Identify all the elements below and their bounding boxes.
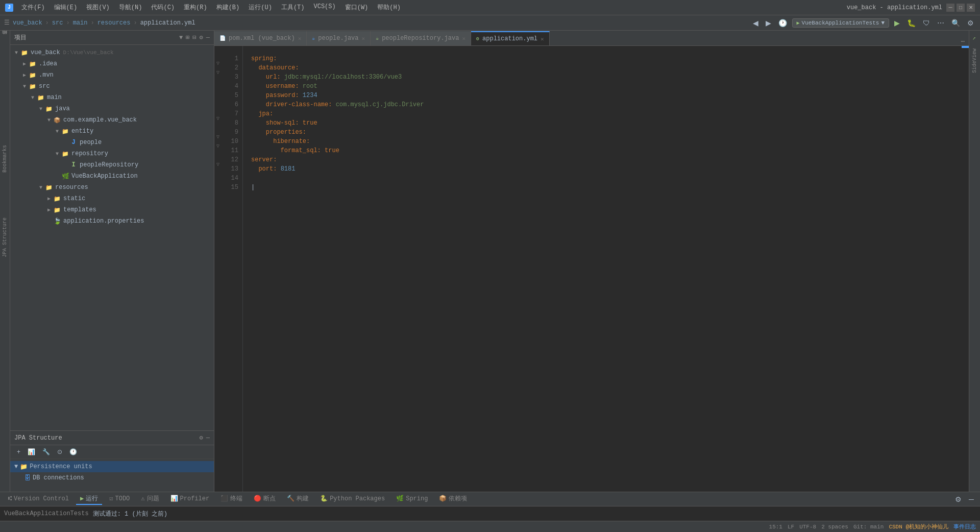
bottom-minimize-button[interactable]: ─ [967, 494, 976, 504]
tree-label-props: application.properties [63, 217, 144, 225]
tree-mvn[interactable]: ▶ 📁 .mvn [10, 69, 214, 81]
search-button[interactable]: 🔍 [949, 18, 962, 28]
menu-code[interactable]: 代码(C) [147, 2, 179, 13]
bottom-tab-terminal[interactable]: ⬛ 终端 [216, 493, 247, 505]
status-event-log[interactable]: 事件日志 [953, 523, 976, 530]
minimize-button[interactable]: ─ [946, 4, 954, 12]
jpa-minimize-icon[interactable]: ─ [206, 434, 210, 442]
bottom-tab-spring[interactable]: 🌿 Spring [392, 494, 432, 504]
menu-file[interactable]: 文件(F) [17, 2, 49, 13]
tree-repository[interactable]: ▼ 📁 repository [10, 148, 214, 159]
fold-btn-7[interactable]: ▽ [214, 114, 222, 124]
menu-tools[interactable]: 工具(T) [277, 2, 309, 13]
dependencies-icon: 📦 [439, 495, 447, 502]
bottom-tab-breakpoints[interactable]: 🔴 断点 [250, 493, 280, 505]
panel-dropdown-icon[interactable]: ▼ [179, 34, 183, 41]
menu-view[interactable]: 视图(V) [82, 2, 114, 13]
tree-package[interactable]: ▼ 📦 com.example.vue_back [10, 114, 214, 126]
tree-resources[interactable]: ▼ 📁 resources [10, 182, 214, 193]
bottom-tab-profiler[interactable]: 📊 Profiler [166, 494, 214, 504]
recent-files-button[interactable]: 🕐 [776, 18, 789, 28]
project-icon[interactable]: 项目 [1, 33, 10, 37]
jpa-wrench-button[interactable]: 🔧 [40, 447, 53, 456]
tree-idea[interactable]: ▶ 📁 .idea [10, 58, 214, 69]
panel-minimize-icon[interactable]: ─ [206, 34, 210, 41]
run-config-selector[interactable]: ▶ VueBackApplicationTests ▼ [792, 18, 889, 28]
fold-btn-12[interactable]: ▽ [214, 160, 222, 170]
tab-close-yml[interactable]: ✕ [541, 36, 544, 42]
right-tab-sidebar-view[interactable]: SideView [971, 45, 978, 76]
jpa-add-button[interactable]: + [14, 447, 23, 456]
bottom-tab-python-packages[interactable]: 🐍 Python Packages [316, 494, 389, 504]
close-button[interactable]: ✕ [967, 4, 975, 12]
tree-vue-back-app[interactable]: ▶ 🌿 VueBackApplication [10, 171, 214, 182]
python-icon: 🐍 [320, 495, 328, 502]
forward-button[interactable]: ▶ [764, 18, 773, 28]
fold-btn-2[interactable]: ▽ [214, 68, 222, 78]
jpa-settings-icon[interactable]: ⚙ [200, 434, 203, 442]
tree-app-props[interactable]: ▶ 🍃 application.properties [10, 215, 214, 227]
tree-static[interactable]: ▶ 📁 static [10, 193, 214, 204]
bottom-tab-run[interactable]: ▶ 运行 [76, 493, 102, 505]
tab-close-people[interactable]: ✕ [362, 35, 365, 42]
bookmarks-icon[interactable]: Bookmarks [1, 143, 9, 175]
panel-collapse-icon[interactable]: ⊟ [192, 34, 196, 41]
tree-root[interactable]: ▼ 📁 vue_back D:\Vue\vue_back [10, 47, 214, 58]
tab-people-repo[interactable]: ☕ peopleRepository.java ✕ [371, 31, 471, 45]
menu-run[interactable]: 运行(U) [244, 2, 276, 13]
bottom-tab-dependencies[interactable]: 📦 依赖项 [435, 493, 471, 505]
run-button[interactable]: ▶ [892, 18, 902, 28]
fold-btn-1[interactable]: ▽ [214, 59, 222, 68]
tree-java[interactable]: ▼ 📁 java [10, 103, 214, 114]
panel-settings-icon[interactable]: ⚙ [200, 34, 203, 41]
bottom-tab-build[interactable]: 🔨 构建 [283, 493, 313, 505]
jpa-structure-side-icon[interactable]: JPA Structure [1, 215, 9, 259]
bottom-tab-version-control[interactable]: ⑆ Version Control [4, 494, 73, 504]
jpa-circle-button[interactable]: ⊙ [55, 447, 65, 456]
menu-build[interactable]: 构建(B) [212, 2, 244, 13]
tab-pom-xml[interactable]: 📄 pom.xml (vue_back) ✕ [214, 31, 307, 45]
menu-window[interactable]: 窗口(W) [341, 2, 373, 13]
code-editor[interactable]: spring: datasource: url: jdbc:mysql://lo… [243, 46, 962, 492]
tab-close-pom[interactable]: ✕ [298, 35, 302, 42]
back-button[interactable]: ◀ [751, 18, 761, 28]
menu-vcs[interactable]: VCS(S) [309, 2, 339, 13]
breadcrumb-src[interactable]: src [52, 19, 63, 27]
right-tab-notifications[interactable]: ✓ [971, 33, 978, 44]
menu-refactor[interactable]: 重构(R) [180, 2, 211, 13]
breadcrumb-resources[interactable]: resources [97, 19, 131, 27]
fold-btn-10[interactable]: ▽ [214, 142, 222, 151]
more-run-button[interactable]: ⋯ [935, 18, 946, 28]
maximize-button[interactable]: □ [957, 4, 965, 12]
jpa-chart-button[interactable]: 📊 [25, 447, 38, 456]
menu-help[interactable]: 帮助(H) [373, 2, 405, 13]
window-controls: ─ □ ✕ [946, 4, 975, 12]
tab-more-button[interactable]: ⋯ [957, 38, 969, 45]
panel-expand-icon[interactable]: ⊞ [186, 34, 189, 41]
menu-edit[interactable]: 编辑(E) [50, 2, 82, 13]
tree-people[interactable]: ▶ J people [10, 137, 214, 148]
jpa-persistence-units[interactable]: ▼ 📁 Persistence units [10, 461, 214, 472]
tree-src[interactable]: ▼ 📁 src [10, 81, 214, 92]
menu-navigate[interactable]: 导航(N) [115, 2, 146, 13]
structure-icon[interactable]: 结构 [1, 37, 10, 41]
tab-people-java[interactable]: ☕ people.java ✕ [307, 31, 371, 45]
tree-people-repository[interactable]: ▶ I peopleRepository [10, 159, 214, 171]
tree-entity[interactable]: ▼ 📁 entity [10, 126, 214, 137]
jpa-db-connections[interactable]: 🗄 DB connections [10, 472, 214, 483]
tree-main[interactable]: ▼ 📁 main [10, 92, 214, 103]
fold-btn-9[interactable]: ▽ [214, 133, 222, 142]
bottom-tab-problems[interactable]: ⚠ 问题 [137, 493, 163, 505]
settings-button[interactable]: ⚙ [965, 18, 976, 28]
tab-close-people-repo[interactable]: ✕ [462, 35, 465, 42]
breadcrumb-main[interactable]: main [73, 19, 88, 27]
coverage-button[interactable]: 🛡 [921, 18, 932, 28]
jpa-clock-button[interactable]: 🕐 [67, 447, 80, 456]
debug-button[interactable]: 🐛 [905, 18, 918, 28]
sidebar-toggle-icon[interactable]: ☰ [4, 19, 10, 27]
bottom-tab-todo[interactable]: ☑ TODO [105, 494, 134, 504]
tree-templates[interactable]: ▶ 📁 templates [10, 204, 214, 215]
tab-application-yml[interactable]: ⚙ application.yml ✕ [471, 31, 550, 45]
bottom-settings-button[interactable]: ⚙ [953, 494, 964, 504]
breadcrumb-project[interactable]: vue_back [13, 19, 42, 27]
